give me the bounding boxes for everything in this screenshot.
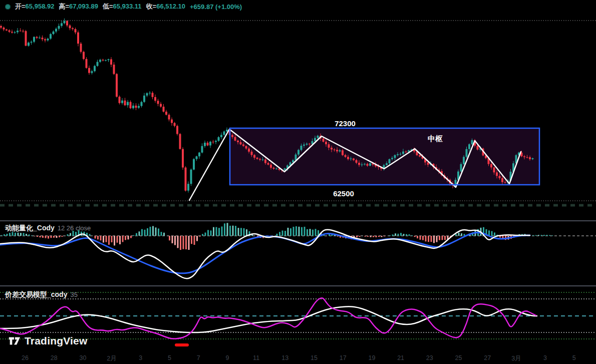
candle (116, 74, 118, 97)
candle (496, 172, 498, 176)
chart-canvas[interactable] (0, 0, 596, 364)
candle (209, 142, 211, 145)
histogram-bar (431, 236, 432, 242)
candle (240, 142, 242, 144)
histogram-bar (246, 229, 247, 236)
candle (242, 144, 244, 146)
candle (264, 160, 266, 163)
time-axis-label: 27 (484, 354, 491, 361)
candle (463, 157, 465, 164)
close-label: 收= (146, 3, 157, 10)
histogram-bar (295, 226, 297, 236)
candle (364, 164, 366, 164)
time-axis-label: 13 (281, 354, 288, 361)
tradingview-logo[interactable]: TradingView (8, 334, 88, 347)
candle (44, 39, 46, 40)
candle (113, 65, 115, 74)
histogram-bar (216, 227, 217, 236)
candle (193, 159, 195, 170)
candle (391, 158, 393, 159)
histogram-bar (89, 234, 91, 236)
histogram-bar (108, 236, 110, 245)
histogram-bar (158, 228, 159, 236)
candle (47, 39, 49, 40)
candle (75, 29, 77, 33)
histogram-bar (152, 226, 154, 236)
candle (6, 30, 8, 31)
candle (317, 136, 319, 138)
spread-indicator-title[interactable]: 价差交易模型_cody35 (5, 290, 78, 299)
candle (323, 139, 325, 142)
histogram-bar (202, 234, 203, 236)
candle (20, 31, 22, 31)
candle (342, 150, 344, 155)
candle (179, 134, 181, 149)
candle (69, 26, 71, 28)
histogram-bar (42, 236, 44, 238)
candle (141, 102, 143, 106)
time-axis-label: 7 (197, 354, 200, 361)
histogram-bar (235, 226, 236, 236)
histogram-bar (218, 228, 220, 236)
candle (220, 135, 222, 137)
histogram-bar (103, 236, 104, 242)
time-axis-label: 23 (426, 354, 433, 361)
histogram-bar (136, 233, 137, 236)
histogram-bar (389, 235, 391, 236)
histogram-bar (117, 236, 118, 243)
histogram-bar (384, 236, 385, 236)
candle (306, 144, 308, 145)
candle (3, 28, 5, 30)
histogram-bar (287, 228, 289, 236)
histogram-bar (23, 233, 25, 236)
histogram-bar (414, 236, 416, 237)
histogram-bar (20, 233, 22, 236)
histogram-bar (359, 236, 361, 237)
time-axis-label: 5 (572, 354, 576, 361)
histogram-bar (232, 226, 234, 236)
candle (273, 168, 275, 169)
time-axis-label: 19 (368, 354, 375, 361)
histogram-bar (139, 231, 140, 236)
momentum-params: 12 26 close (58, 224, 91, 232)
histogram-bar (210, 230, 212, 236)
time-axis-label: 30 (79, 354, 86, 361)
time-axis[interactable]: 2628302月35791113151719212325273月35 (0, 350, 596, 364)
histogram-bar (100, 236, 102, 240)
candle (9, 31, 11, 32)
candle (176, 126, 178, 134)
histogram-bar (122, 236, 124, 242)
momentum-indicator-title[interactable]: 动能量化_Cody12 26 close (5, 224, 91, 233)
candle (408, 150, 410, 152)
spread-indicator-pane[interactable] (0, 292, 596, 346)
candle (94, 66, 96, 71)
histogram-bar (461, 233, 462, 236)
candle (130, 102, 132, 109)
histogram-bar (284, 231, 286, 236)
candle (88, 68, 90, 73)
histogram-bar (290, 228, 291, 236)
time-axis-label: 11 (253, 354, 259, 361)
candle (402, 152, 404, 154)
slow-line (0, 232, 530, 273)
close-value: 66,512.10 (156, 3, 185, 10)
histogram-bar (356, 236, 358, 237)
candle (345, 155, 347, 157)
histogram-bar (439, 236, 440, 240)
histogram-bar (133, 235, 135, 236)
candle (138, 106, 140, 108)
histogram-bar (381, 236, 383, 237)
candle (22, 31, 24, 32)
histogram-bar (315, 229, 317, 236)
candle (42, 38, 44, 39)
histogram-bar (312, 230, 314, 236)
histogram-bar (541, 235, 542, 236)
histogram-bar (62, 236, 63, 237)
candle (427, 162, 429, 165)
time-axis-label: 5 (168, 354, 171, 361)
histogram-bar (243, 228, 245, 236)
central-zone-box-fill[interactable] (230, 128, 539, 185)
candle (119, 97, 121, 103)
histogram-bar (411, 235, 413, 236)
main-price-pane[interactable] (0, 19, 596, 205)
